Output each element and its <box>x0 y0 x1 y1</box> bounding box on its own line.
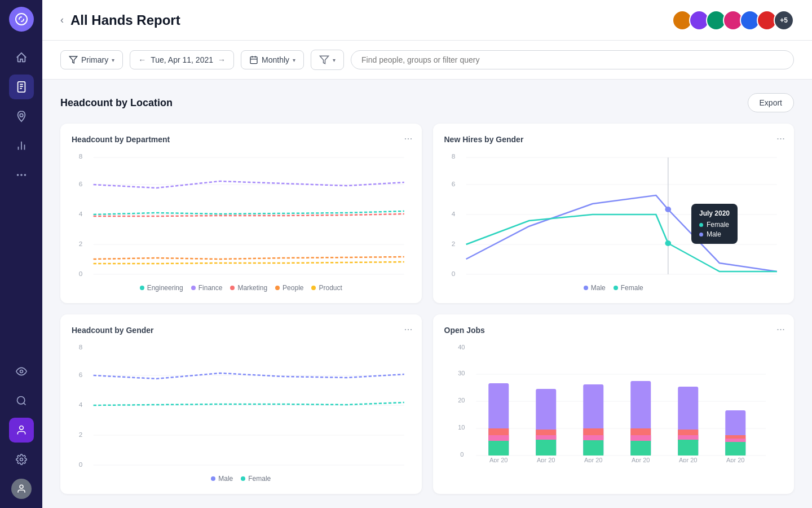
marketing-dot <box>230 286 235 290</box>
chart-title-gender: New Hires by Gender <box>444 135 783 144</box>
svg-rect-97 <box>678 440 698 456</box>
svg-text:40: 40 <box>458 344 465 351</box>
svg-text:4: 4 <box>79 401 83 408</box>
sidebar-item-eye[interactable] <box>9 359 34 384</box>
filter-chevron-icon: ▾ <box>333 57 336 63</box>
primary-filter-button[interactable]: Primary ▾ <box>60 50 123 69</box>
male-dot-jul <box>665 207 671 212</box>
sidebar-item-settings[interactable] <box>9 447 34 472</box>
calendar-icon <box>249 55 258 64</box>
svg-text:0: 0 <box>79 270 83 277</box>
male-dot-2 <box>211 476 215 481</box>
svg-text:0: 0 <box>460 451 464 458</box>
svg-text:8: 8 <box>451 153 455 160</box>
svg-text:8: 8 <box>79 344 83 351</box>
people-dot <box>275 286 280 290</box>
chart-area-dept: 0 2 4 6 8 <box>72 153 411 277</box>
svg-rect-92 <box>630 435 651 441</box>
sidebar-item-location[interactable] <box>9 104 34 129</box>
svg-point-10 <box>17 174 18 176</box>
sidebar-item-analytics[interactable] <box>9 133 34 158</box>
avatar-overflow[interactable]: +5 <box>774 10 794 30</box>
legend-finance: Finance <box>191 284 223 292</box>
gender-chart-svg: 0 2 4 6 8 <box>444 153 783 277</box>
chart-menu-hc-gender[interactable]: ··· <box>404 323 412 335</box>
dept-chart-svg: 0 2 4 6 8 <box>72 153 411 277</box>
toolbar: Primary ▾ ← Tue, Apr 11, 2021 → Monthly … <box>42 41 812 80</box>
page-header: ‹ All Hands Report +5 <box>42 0 812 41</box>
svg-text:0: 0 <box>79 461 83 468</box>
svg-line-13 <box>23 403 25 405</box>
svg-rect-88 <box>583 435 603 440</box>
chart-title-hc-gender: Headcount by Gender <box>72 326 411 335</box>
date-label: Tue, Apr 11, 2021 <box>151 55 213 64</box>
svg-point-12 <box>17 397 24 404</box>
svg-text:2: 2 <box>79 431 83 438</box>
svg-rect-17 <box>250 57 257 64</box>
date-next-arrow[interactable]: → <box>218 55 226 64</box>
svg-text:10: 10 <box>458 424 465 431</box>
legend-engineering: Engineering <box>140 284 183 292</box>
svg-text:8: 8 <box>79 153 83 160</box>
svg-point-15 <box>20 458 23 461</box>
male-legend-dot <box>584 286 588 290</box>
filter-icon <box>69 55 78 64</box>
finance-dot <box>191 286 196 290</box>
chart-headcount-department: Headcount by Department ··· 0 2 4 6 8 <box>60 124 422 303</box>
monthly-filter-button[interactable]: Monthly ▾ <box>241 50 304 69</box>
svg-rect-81 <box>488 441 509 456</box>
search-input[interactable] <box>361 55 783 64</box>
female-legend-dot <box>614 286 618 290</box>
female-dot-jul <box>665 240 671 246</box>
chart-menu-dept[interactable]: ··· <box>404 133 412 144</box>
chart-gender-legend: Male Female <box>444 284 783 292</box>
chart-dept-legend: Engineering Finance Marketing People <box>72 284 411 292</box>
svg-text:Apr 20: Apr 20 <box>679 457 697 462</box>
back-button[interactable]: ‹ <box>60 14 64 26</box>
content-area: Headcount by Location Export Headcount b… <box>42 80 812 508</box>
chart-menu-gender[interactable]: ··· <box>776 133 785 144</box>
svg-point-16 <box>20 485 23 488</box>
monthly-chevron-icon: ▾ <box>293 57 295 63</box>
sidebar-item-home[interactable] <box>9 45 34 70</box>
charts-grid: Headcount by Department ··· 0 2 4 6 8 <box>60 124 794 494</box>
svg-text:6: 6 <box>79 181 83 187</box>
advanced-filter-button[interactable]: ▾ <box>311 50 344 70</box>
svg-rect-96 <box>678 435 698 440</box>
sidebar-item-profile[interactable] <box>9 476 34 501</box>
chart-area-jobs: 0 10 20 30 40 <box>444 344 783 462</box>
svg-point-4 <box>20 113 23 117</box>
section-header: Headcount by Location Export <box>60 93 794 112</box>
jobs-chart-svg: 0 10 20 30 40 <box>444 344 783 462</box>
app-logo[interactable] <box>9 7 34 32</box>
date-picker[interactable]: ← Tue, Apr 11, 2021 → <box>130 50 234 69</box>
svg-text:Apr 20: Apr 20 <box>489 457 508 462</box>
date-prev-arrow[interactable]: ← <box>138 55 146 64</box>
svg-text:4: 4 <box>79 211 83 217</box>
legend-male-2: Male <box>211 475 233 483</box>
section-title: Headcount by Location <box>60 97 173 109</box>
page-title: All Hands Report <box>70 12 676 28</box>
sidebar-item-user-active[interactable] <box>9 418 34 443</box>
svg-point-8 <box>21 174 22 176</box>
search-bar[interactable] <box>351 50 794 69</box>
svg-point-9 <box>24 174 25 176</box>
sidebar-item-more[interactable] <box>9 163 34 187</box>
svg-rect-100 <box>725 439 745 442</box>
chart-menu-jobs[interactable]: ··· <box>776 323 785 335</box>
svg-rect-85 <box>536 440 556 456</box>
legend-product: Product <box>311 284 342 292</box>
svg-rect-89 <box>583 440 603 456</box>
legend-male: Male <box>584 284 606 292</box>
svg-point-11 <box>20 370 23 373</box>
main-content: ‹ All Hands Report +5 Primary ▾ ← Tue, A… <box>42 0 812 508</box>
avatar-group: +5 <box>676 10 794 30</box>
svg-text:0: 0 <box>451 270 455 277</box>
primary-label: Primary <box>81 55 108 64</box>
svg-text:6: 6 <box>79 371 83 378</box>
sidebar-item-search[interactable] <box>9 388 34 413</box>
sidebar <box>0 0 42 508</box>
sidebar-item-reports[interactable] <box>9 75 34 99</box>
svg-text:30: 30 <box>458 370 465 376</box>
export-button[interactable]: Export <box>748 93 794 112</box>
